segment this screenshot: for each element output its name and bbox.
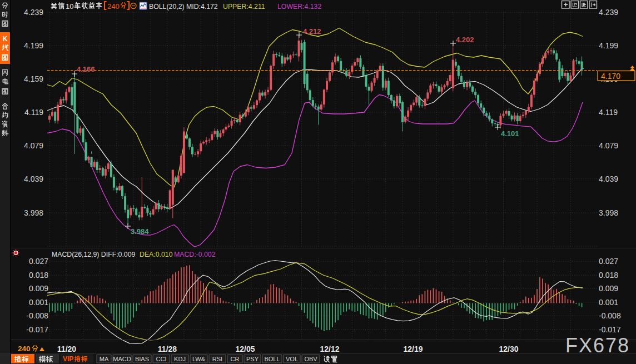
svg-text:FX678: FX678 <box>565 334 630 357</box>
svg-text:240: 240 <box>18 345 31 353</box>
svg-text:3.984: 3.984 <box>131 227 149 236</box>
svg-text:RSI: RSI <box>212 356 222 362</box>
svg-text:MACD: MACD <box>113 356 131 362</box>
svg-text:BIAS: BIAS <box>135 356 149 362</box>
svg-text:12/19: 12/19 <box>403 345 423 353</box>
svg-text:4.159: 4.159 <box>24 74 43 83</box>
svg-text:4.212: 4.212 <box>303 27 321 36</box>
svg-text:0.001: 0.001 <box>599 298 618 307</box>
svg-text:-0.017: -0.017 <box>599 325 621 334</box>
svg-text:LW&: LW& <box>192 356 206 362</box>
svg-text:12/05: 12/05 <box>235 345 255 353</box>
svg-text:4.199: 4.199 <box>24 41 43 50</box>
svg-text:10: 10 <box>66 2 73 11</box>
svg-text:VIP: VIP <box>63 355 73 363</box>
svg-text:0.001: 0.001 <box>29 298 48 307</box>
svg-text:-0.008: -0.008 <box>599 311 621 320</box>
svg-text:PSY: PSY <box>246 356 259 362</box>
svg-text:K: K <box>3 35 8 43</box>
svg-text:4.119: 4.119 <box>599 108 618 117</box>
svg-text:KDJ: KDJ <box>174 356 186 362</box>
svg-text:UPPER:4.211: UPPER:4.211 <box>223 3 265 11</box>
svg-text:4.239: 4.239 <box>24 8 43 17</box>
svg-text:12/12: 12/12 <box>320 345 339 353</box>
svg-text:CCI: CCI <box>156 356 167 362</box>
svg-text:4.079: 4.079 <box>599 141 618 150</box>
svg-text:4.101: 4.101 <box>501 129 519 138</box>
svg-text:BOLL: BOLL <box>264 356 280 362</box>
svg-text:MA: MA <box>100 356 109 362</box>
svg-text:MACD(26,12,9) DIFF:0.009: MACD(26,12,9) DIFF:0.009 <box>52 251 136 258</box>
svg-text:11/20: 11/20 <box>57 345 76 353</box>
svg-text:12/30: 12/30 <box>499 345 518 353</box>
svg-text:4.039: 4.039 <box>24 174 43 183</box>
svg-text:0.027: 0.027 <box>599 257 618 266</box>
svg-text:4.119: 4.119 <box>24 108 43 117</box>
svg-text:4.039: 4.039 <box>599 174 618 183</box>
svg-text:BOLL(20,2) MID:4.172: BOLL(20,2) MID:4.172 <box>149 3 218 11</box>
svg-text:0.018: 0.018 <box>599 271 618 280</box>
svg-text:0.009: 0.009 <box>599 284 618 293</box>
svg-text:MACD:-0.002: MACD:-0.002 <box>174 251 216 258</box>
svg-text:CR: CR <box>231 356 240 362</box>
svg-text:4.166: 4.166 <box>77 65 95 73</box>
svg-text:3.998: 3.998 <box>599 208 618 217</box>
svg-text:-0.017: -0.017 <box>26 325 48 334</box>
svg-text:0.009: 0.009 <box>29 284 48 293</box>
svg-text:4.199: 4.199 <box>599 41 618 50</box>
svg-text:4.170: 4.170 <box>601 72 620 81</box>
svg-text:3.998: 3.998 <box>24 208 43 217</box>
svg-text:4.202: 4.202 <box>456 36 474 44</box>
svg-text:0.027: 0.027 <box>29 257 48 266</box>
svg-text:-0.008: -0.008 <box>26 311 48 320</box>
svg-text:VOL: VOL <box>286 356 298 362</box>
svg-text:4.239: 4.239 <box>599 8 618 17</box>
svg-text:240: 240 <box>107 2 120 11</box>
svg-text:OBV: OBV <box>304 356 317 362</box>
svg-text:0.018: 0.018 <box>29 271 48 280</box>
svg-text:DEA:0.010: DEA:0.010 <box>140 251 173 258</box>
svg-text:11/28: 11/28 <box>158 345 177 353</box>
svg-text:LOWER:4.132: LOWER:4.132 <box>277 3 321 11</box>
svg-text:4.079: 4.079 <box>24 141 43 150</box>
